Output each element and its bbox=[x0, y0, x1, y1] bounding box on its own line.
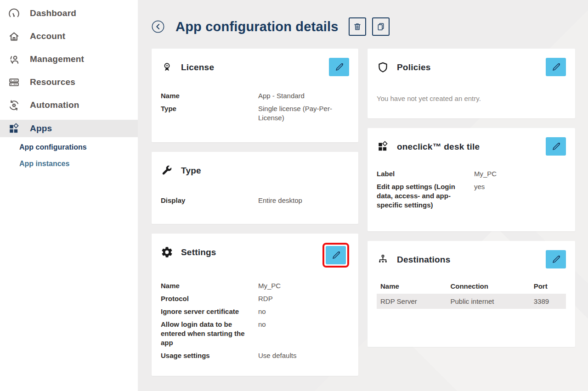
row-value: Single license (Pay-Per-License) bbox=[258, 104, 349, 123]
sidebar-subitem-app-instances[interactable]: App instances bbox=[0, 156, 138, 172]
edit-settings-button[interactable] bbox=[326, 246, 346, 264]
sidebar-item-label: Account bbox=[30, 31, 65, 41]
card-title: oneclick™ desk tile bbox=[397, 142, 480, 152]
row-label: Allow login data to be entered when star… bbox=[161, 320, 258, 347]
chevron-left-circle-icon bbox=[152, 20, 164, 33]
pencil-icon bbox=[551, 254, 561, 265]
trash-icon bbox=[352, 22, 362, 32]
detail-row: Ignore server certificate no bbox=[161, 307, 349, 316]
row-label: Type bbox=[161, 104, 258, 123]
edit-policies-button[interactable] bbox=[546, 58, 566, 76]
row-label: Label bbox=[377, 169, 474, 179]
sidebar-item-label: Resources bbox=[30, 77, 75, 87]
row-value: Entire desktop bbox=[258, 196, 349, 205]
sidebar-item-label: Management bbox=[30, 54, 84, 64]
main-area: App configuration details bbox=[138, 0, 588, 391]
sidebar-item-automation[interactable]: Automation bbox=[0, 94, 138, 117]
dashboard-icon bbox=[8, 7, 20, 20]
row-value: yes bbox=[474, 182, 566, 210]
detail-row: Usage settings Use defaults bbox=[161, 351, 349, 360]
row-label: Protocol bbox=[161, 294, 258, 303]
settings-card: Settings Name M bbox=[152, 234, 358, 376]
sidebar-item-resources[interactable]: Resources bbox=[0, 71, 138, 94]
card-title: Settings bbox=[181, 247, 216, 257]
sidebar-item-account[interactable]: Account bbox=[0, 25, 138, 48]
row-label: Name bbox=[161, 91, 258, 101]
management-icon bbox=[8, 53, 20, 66]
cell-name: RDP Server bbox=[377, 294, 447, 309]
sidebar-item-label: Dashboard bbox=[30, 8, 76, 18]
row-label: Usage settings bbox=[161, 351, 258, 360]
type-card: Type Display Entire desktop bbox=[152, 152, 358, 224]
detail-row: Edit app settings (Login data, access- a… bbox=[377, 182, 566, 210]
apps-icon bbox=[8, 123, 20, 135]
column-header-name: Name bbox=[377, 279, 447, 294]
policies-card: Policies You have not yet created an ent… bbox=[368, 49, 575, 118]
row-value: My_PC bbox=[258, 281, 349, 290]
row-value: no bbox=[258, 307, 349, 316]
table-row: RDP Server Public internet 3389 bbox=[377, 294, 566, 309]
detail-row: Display Entire desktop bbox=[161, 196, 349, 205]
sidebar-item-apps[interactable]: Apps bbox=[0, 120, 138, 137]
sidebar-item-management[interactable]: Management bbox=[0, 48, 138, 71]
highlight-box bbox=[322, 243, 349, 268]
destinations-card: Destinations Name Connection bbox=[368, 241, 575, 347]
pencil-icon bbox=[551, 141, 561, 152]
cell-connection: Public internet bbox=[447, 294, 530, 309]
wrench-icon bbox=[161, 164, 173, 177]
award-icon bbox=[161, 61, 173, 73]
card-title: Destinations bbox=[397, 255, 450, 265]
edit-desk-tile-button[interactable] bbox=[546, 137, 566, 156]
gear-icon bbox=[161, 246, 173, 258]
row-label: Display bbox=[161, 196, 258, 205]
column-header-connection: Connection bbox=[447, 279, 530, 294]
copy-icon bbox=[376, 22, 386, 32]
sidebar: Dashboard Account Management Resources A… bbox=[0, 0, 138, 391]
delete-button[interactable] bbox=[349, 17, 366, 36]
row-value: Use defaults bbox=[258, 351, 349, 360]
row-value: App - Standard bbox=[258, 91, 349, 101]
edit-destinations-button[interactable] bbox=[546, 250, 566, 268]
shield-icon bbox=[377, 61, 389, 73]
row-label: Name bbox=[161, 281, 258, 290]
card-title: Policies bbox=[397, 62, 430, 73]
tiles-icon bbox=[377, 140, 389, 153]
pencil-icon bbox=[334, 62, 345, 73]
pencil-icon bbox=[551, 62, 561, 73]
pencil-icon bbox=[331, 250, 341, 261]
resources-icon bbox=[8, 76, 20, 89]
account-icon bbox=[8, 30, 20, 43]
policies-empty-text: You have not yet created an entry. bbox=[377, 95, 566, 102]
row-value: no bbox=[258, 320, 349, 347]
detail-row: Type Single license (Pay-Per-License) bbox=[161, 104, 349, 123]
column-header-port: Port bbox=[530, 279, 566, 294]
sidebar-item-label: Apps bbox=[30, 123, 52, 134]
detail-row: Allow login data to be entered when star… bbox=[161, 320, 349, 347]
duplicate-button[interactable] bbox=[372, 17, 390, 36]
sidebar-item-dashboard[interactable]: Dashboard bbox=[0, 2, 138, 25]
sidebar-item-label: Automation bbox=[30, 100, 79, 110]
automation-icon bbox=[8, 99, 20, 112]
edit-license-button[interactable] bbox=[329, 58, 349, 76]
sitemap-icon bbox=[377, 253, 389, 266]
destinations-table: Name Connection Port RDP Server Public i… bbox=[377, 279, 566, 309]
row-value: RDP bbox=[258, 294, 349, 303]
card-title: Type bbox=[181, 166, 201, 176]
page-header: App configuration details bbox=[152, 17, 574, 37]
detail-row: Protocol RDP bbox=[161, 294, 349, 303]
detail-row: Name My_PC bbox=[161, 281, 349, 290]
back-button[interactable] bbox=[152, 20, 164, 33]
row-value: My_PC bbox=[474, 169, 566, 179]
card-title: License bbox=[181, 62, 214, 73]
license-card: License Name App - Standard bbox=[152, 49, 358, 142]
sidebar-subitem-app-configurations[interactable]: App configurations bbox=[0, 139, 138, 156]
page-title: App configuration details bbox=[175, 19, 339, 34]
detail-row: Label My_PC bbox=[377, 169, 566, 179]
cell-port: 3389 bbox=[530, 294, 566, 309]
detail-row: Name App - Standard bbox=[161, 91, 349, 101]
row-label: Edit app settings (Login data, access- a… bbox=[377, 182, 474, 210]
desk-tile-card: oneclick™ desk tile Label My_PC bbox=[368, 128, 575, 231]
row-label: Ignore server certificate bbox=[161, 307, 258, 316]
